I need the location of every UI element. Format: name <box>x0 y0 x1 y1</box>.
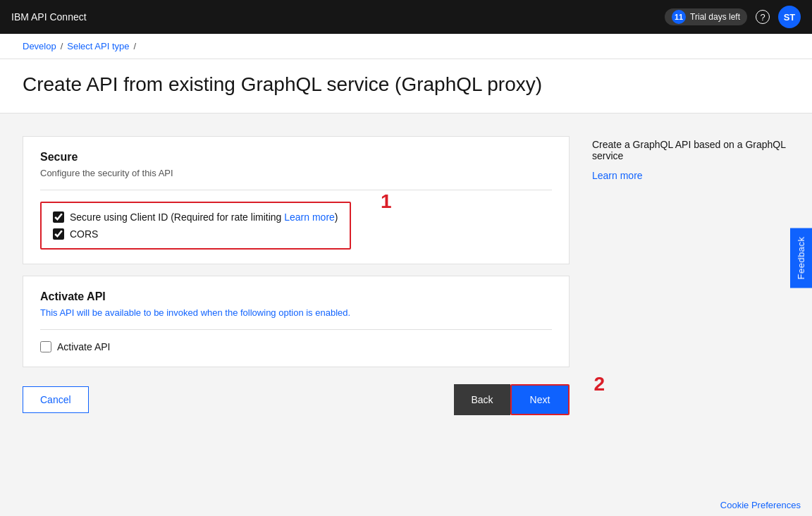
annotation-1: 1 <box>381 190 392 213</box>
feedback-tab[interactable]: Feedback <box>790 228 812 288</box>
breadcrumb-sep-2: / <box>134 41 137 51</box>
activate-api-checkbox[interactable] <box>40 341 51 352</box>
page-header: Create API from existing GraphQL service… <box>0 59 812 113</box>
cookie-preferences-link[interactable]: Cookie Preferences <box>709 494 812 505</box>
secure-section: Secure Configure the security of this AP… <box>23 136 570 264</box>
topnav-left: IBM API Connect <box>11 11 87 23</box>
side-panel-title: Create a GraphQL API based on a GraphQL … <box>592 139 789 161</box>
buttons-row: Cancel Back Next 2 <box>23 384 570 415</box>
page-title: Create API from existing GraphQL service… <box>23 73 789 96</box>
trial-label: Trial days left <box>690 12 740 22</box>
secure-client-id-checkbox[interactable] <box>53 211 64 223</box>
cors-row: CORS <box>53 228 338 240</box>
top-navigation: IBM API Connect 11 Trial days left ? ST <box>0 0 812 34</box>
activate-section-desc: This API will be available to be invoked… <box>40 307 552 330</box>
activate-section: Activate API This API will be available … <box>23 276 570 367</box>
avatar[interactable]: ST <box>778 6 801 28</box>
breadcrumb-sep-1: / <box>61 41 63 51</box>
cancel-button[interactable]: Cancel <box>23 386 89 413</box>
form-area: Secure Configure the security of this AP… <box>23 136 570 483</box>
cors-checkbox[interactable] <box>53 228 64 240</box>
breadcrumb-develop[interactable]: Develop <box>23 41 56 51</box>
next-button-wrapper: Next 2 <box>510 384 570 415</box>
help-icon[interactable]: ? <box>756 10 770 24</box>
activate-api-label[interactable]: Activate API <box>57 341 110 352</box>
side-panel-learn-more-link[interactable]: Learn more <box>592 170 643 181</box>
secure-checkbox-group: 1 Secure using Client ID (Required for r… <box>40 202 351 250</box>
learn-more-link[interactable]: Learn more <box>284 211 335 223</box>
main-content: Secure Configure the security of this AP… <box>0 113 812 505</box>
secure-section-title: Secure <box>40 151 552 164</box>
breadcrumb-select-api-type[interactable]: Select API type <box>67 41 129 51</box>
breadcrumb: Develop / Select API type / <box>0 34 812 59</box>
back-button[interactable]: Back <box>454 384 510 415</box>
trial-days-count: 11 <box>672 10 686 24</box>
secure-client-id-row: Secure using Client ID (Required for rat… <box>53 211 338 223</box>
activate-api-row: Activate API <box>40 341 552 352</box>
activate-section-title: Activate API <box>40 290 552 303</box>
app-title: IBM API Connect <box>11 11 87 23</box>
secure-section-desc: Configure the security of this API <box>40 168 552 190</box>
cors-label[interactable]: CORS <box>70 228 98 240</box>
trial-badge: 11 Trial days left <box>665 8 747 25</box>
btn-group-right: Back Next 2 <box>454 384 570 415</box>
side-panel: Create a GraphQL API based on a GraphQL … <box>592 136 789 483</box>
annotation-2: 2 <box>593 373 605 395</box>
topnav-right: 11 Trial days left ? ST <box>665 6 801 28</box>
secure-client-id-label[interactable]: Secure using Client ID (Required for rat… <box>70 211 338 223</box>
next-button[interactable]: Next <box>512 386 568 414</box>
